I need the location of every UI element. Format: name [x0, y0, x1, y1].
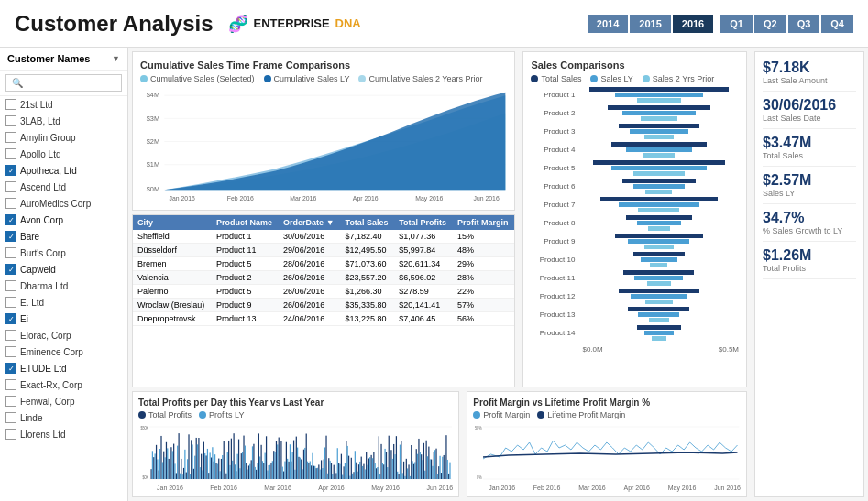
bar-container — [578, 124, 739, 139]
q1-button[interactable]: Q1 — [720, 15, 753, 33]
svg-text:Apr 2016: Apr 2016 — [353, 194, 379, 201]
customer-item[interactable]: 21st Ltd — [0, 96, 127, 113]
bar-segment — [589, 87, 729, 92]
customer-item[interactable]: Apollo Ltd — [0, 146, 127, 162]
customer-item[interactable]: E. Ltd — [0, 294, 127, 310]
customer-checkbox[interactable] — [5, 181, 16, 192]
product-label: Product 10 — [531, 256, 578, 264]
col-city[interactable]: City — [133, 215, 212, 230]
customer-name: Burt's Corp — [20, 248, 66, 258]
customer-item[interactable]: Dharma Ltd — [0, 278, 127, 294]
stat-label: Total Profits — [763, 264, 856, 273]
svg-text:Jan 2016: Jan 2016 — [170, 194, 195, 201]
bar-segment — [628, 307, 689, 311]
customer-name: Elorac, Corp — [20, 331, 71, 341]
stat-item: $2.57MSales LY — [763, 172, 856, 204]
customer-item[interactable]: Llorens Ltd — [0, 426, 127, 442]
table-cell: Valencia — [133, 270, 212, 284]
legend-dot-profitsly — [199, 411, 206, 419]
legend-dot-salesprior — [643, 75, 650, 82]
customer-item[interactable]: AuroMedics Corp — [0, 195, 127, 212]
sales-legend: Total Sales Sales LY Sales 2 Yrs Prior — [531, 74, 739, 83]
customer-checkbox[interactable]: ✓ — [5, 165, 16, 176]
customer-checkbox[interactable] — [5, 99, 16, 110]
table-header: City Product Name OrderDate ▼ Total Sale… — [133, 215, 514, 230]
customer-checkbox[interactable] — [5, 115, 16, 126]
customer-checkbox[interactable] — [5, 198, 16, 209]
customer-item[interactable]: Burt's Corp — [0, 245, 127, 261]
q3-button[interactable]: Q3 — [788, 15, 820, 33]
year-2016-button[interactable]: 2016 — [673, 15, 713, 33]
svg-rect-68 — [211, 458, 212, 479]
table-cell: Bremen — [133, 256, 212, 270]
col-date[interactable]: OrderDate ▼ — [279, 215, 340, 230]
customer-item[interactable]: Linde — [0, 409, 127, 426]
customer-checkbox[interactable]: ✓ — [5, 264, 16, 275]
customer-item[interactable]: Elorac, Corp — [0, 327, 127, 343]
svg-rect-99 — [249, 464, 250, 479]
q4-button[interactable]: Q4 — [821, 15, 853, 33]
col-sales[interactable]: Total Sales — [341, 215, 395, 230]
svg-rect-58 — [198, 438, 199, 479]
search-input[interactable] — [5, 74, 122, 92]
filter-label: Customer Names ▼ — [0, 48, 127, 71]
customer-checkbox[interactable] — [5, 396, 16, 407]
product-label: Product 3 — [531, 127, 578, 136]
customer-checkbox[interactable] — [5, 346, 16, 357]
customer-checkbox[interactable] — [5, 132, 16, 143]
customer-checkbox[interactable] — [5, 148, 16, 159]
product-label: Product 9 — [531, 237, 578, 245]
svg-rect-251 — [439, 456, 440, 479]
product-label: Product 13 — [531, 310, 578, 319]
total-profits-chart-panel: Total Profits per Day this Year vs Last … — [132, 391, 459, 497]
stats-panel: $7.18KLast Sale Amount30/06/2016Last Sal… — [754, 51, 864, 497]
customer-checkbox[interactable] — [5, 330, 16, 341]
col-margin[interactable]: Profit Margin — [453, 215, 515, 230]
year-2015-button[interactable]: 2015 — [630, 15, 670, 33]
profits-chart-svg: $50K $0K — [138, 422, 453, 482]
customer-checkbox[interactable]: ✓ — [5, 214, 16, 225]
customer-item[interactable]: Eminence Corp — [0, 343, 127, 360]
customer-item[interactable]: 3LAB, Ltd — [0, 113, 127, 129]
svg-text:$0M: $0M — [147, 185, 159, 193]
svg-rect-39 — [174, 463, 175, 479]
customer-item[interactable]: ✓Avon Corp — [0, 212, 127, 228]
customer-item[interactable]: ✓Capweld — [0, 261, 127, 278]
customer-checkbox[interactable] — [5, 429, 16, 440]
table-cell: 29% — [453, 256, 515, 270]
legend-total-profits: Total Profits — [138, 410, 192, 419]
customer-item[interactable]: ✓Apotheca, Ltd — [0, 162, 127, 179]
col-profits[interactable]: Total Profits — [394, 215, 453, 230]
year-2014-button[interactable]: 2014 — [588, 15, 628, 33]
q2-button[interactable]: Q2 — [754, 15, 786, 33]
svg-rect-22 — [153, 457, 154, 479]
customer-item[interactable]: ✓Bare — [0, 228, 127, 245]
customer-item[interactable]: Amylin Group — [0, 129, 127, 146]
customer-checkbox[interactable]: ✓ — [5, 231, 16, 242]
customer-item[interactable]: Fenwal, Corp — [0, 393, 127, 409]
customer-checkbox[interactable] — [5, 280, 16, 291]
product-label: Product 2 — [531, 109, 578, 117]
svg-rect-64 — [205, 455, 206, 479]
customer-item[interactable]: ✓ETUDE Ltd — [0, 360, 127, 376]
customer-item[interactable]: ✓Ei — [0, 310, 127, 327]
customer-checkbox[interactable] — [5, 247, 16, 258]
customer-checkbox[interactable]: ✓ — [5, 313, 16, 324]
orders-table-container[interactable]: City Product Name OrderDate ▼ Total Sale… — [133, 215, 514, 387]
sales-bar-row: Product 3 — [531, 124, 739, 139]
customer-checkbox[interactable] — [5, 297, 16, 308]
customer-checkbox[interactable]: ✓ — [5, 363, 16, 374]
svg-rect-82 — [228, 441, 229, 479]
svg-text:0%: 0% — [477, 474, 482, 480]
svg-rect-173 — [342, 475, 343, 479]
bar-segment — [643, 153, 675, 158]
customer-checkbox[interactable] — [5, 379, 16, 390]
svg-rect-118 — [273, 451, 274, 479]
customer-checkbox[interactable] — [5, 412, 16, 423]
customer-item[interactable]: Ascend Ltd — [0, 179, 127, 195]
customer-item[interactable]: Exact-Rx, Corp — [0, 376, 127, 393]
svg-rect-46 — [183, 468, 184, 479]
col-product[interactable]: Product Name — [212, 215, 279, 230]
svg-rect-198 — [373, 452, 374, 479]
svg-rect-59 — [200, 467, 201, 479]
